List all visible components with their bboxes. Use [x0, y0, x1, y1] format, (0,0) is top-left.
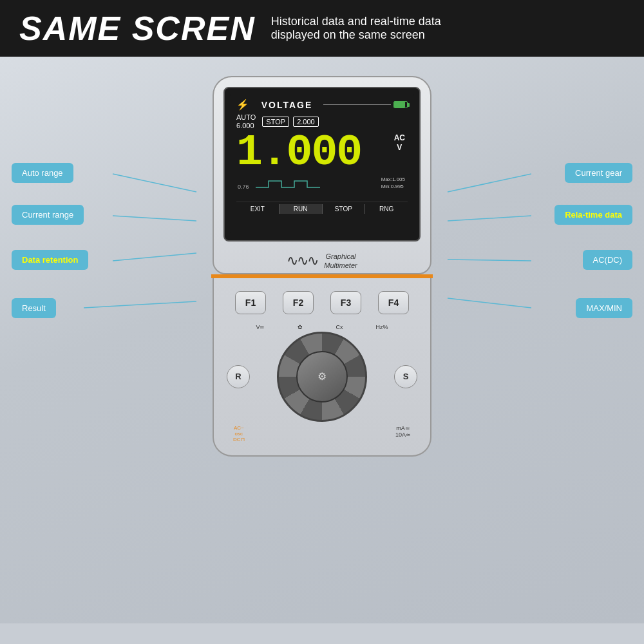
annotation-max-min: MAX/MIN [576, 298, 632, 318]
svg-line-0 [113, 174, 196, 192]
s-button[interactable]: S [394, 365, 417, 388]
device-shell: ⚡ VOLTAGE AUTO 6.000 [213, 76, 431, 274]
screen-bezel: ⚡ VOLTAGE AUTO 6.000 [223, 87, 421, 242]
header: SAME SCREN Historical data and real-time… [0, 0, 644, 57]
label-ac-osc: AC~osc [233, 425, 245, 437]
annotation-auto-range: Auto range [12, 163, 73, 183]
svg-line-2 [113, 253, 196, 261]
max-label: Max:1.005 [381, 176, 405, 183]
rotary-knob[interactable]: ⚙ [277, 332, 367, 422]
svg-line-6 [448, 260, 531, 261]
annotation-current-gear: Current gear [565, 163, 632, 183]
f2-button[interactable]: F2 [283, 291, 314, 314]
wave-icon: ∿∿∿ [287, 252, 317, 269]
page-title: SAME SCREN [19, 12, 256, 45]
run-btn[interactable]: RUN [279, 204, 323, 214]
device-label: Graphical Multimeter [324, 252, 357, 270]
device-lower: F1 F2 F3 F4 V≃ ✿ Cx Hz% R [213, 278, 431, 457]
svg-line-5 [448, 216, 531, 221]
label-cx: Cx [336, 324, 343, 330]
lightning-icon: ⚡ [236, 99, 249, 111]
svg-line-4 [448, 174, 531, 192]
screen-buttons-row: EXIT RUN STOP RNG [236, 202, 408, 214]
f-buttons-row: F1 F2 F3 F4 [227, 291, 417, 314]
screen-header-row: ⚡ VOLTAGE [236, 99, 408, 111]
device: ⚡ VOLTAGE AUTO 6.000 [213, 76, 431, 457]
knob-inner: ⚙ [296, 351, 348, 402]
svg-line-1 [113, 216, 196, 221]
annotation-rela-time-data: Rela-time data [554, 205, 632, 225]
label-10a: 10A≃ [395, 431, 411, 438]
subtitle-line2: displayed on the same screen [271, 28, 441, 42]
svg-line-7 [448, 298, 531, 308]
stop-value: 2.000 [293, 117, 319, 127]
header-subtitle: Historical data and real-time data displ… [271, 15, 441, 42]
lcd-screen: ⚡ VOLTAGE AUTO 6.000 [230, 93, 414, 235]
label-ma: mA≃ [395, 425, 411, 431]
label-flower: ✿ [298, 324, 303, 330]
voltage-label: VOLTAGE [253, 100, 321, 110]
min-label: Min:0.995 [381, 183, 405, 190]
f4-button[interactable]: F4 [378, 291, 409, 314]
knob-labels-top: V≃ ✿ Cx Hz% [227, 324, 417, 330]
main-area: Auto range Current range Data retention … [0, 57, 644, 623]
big-number-display: 1.000 AC V [236, 131, 408, 175]
r-button[interactable]: R [227, 365, 250, 388]
label-hz: Hz% [375, 324, 388, 330]
exit-btn[interactable]: EXIT [236, 204, 279, 214]
knob-area: R ⚙ S [227, 332, 417, 422]
svg-line-3 [84, 301, 196, 308]
label-dc: DC⊓ [233, 437, 245, 442]
measurement-digits: 1.000 [236, 131, 361, 175]
knob-center-symbol: ⚙ [317, 370, 327, 383]
label-v: V≃ [256, 324, 265, 330]
annotation-current-range: Current range [12, 205, 84, 225]
battery-icon [393, 101, 408, 108]
waveform-svg: 0.76 [236, 176, 365, 195]
svg-text:0.76: 0.76 [238, 184, 249, 190]
subtitle-line1: Historical data and real-time data [271, 15, 441, 28]
f3-button[interactable]: F3 [330, 291, 361, 314]
stop-label: STOP [262, 117, 289, 127]
rng-btn[interactable]: RNG [365, 204, 408, 214]
annotation-data-retention: Data retention [12, 250, 88, 270]
auto-label: AUTO [236, 113, 256, 122]
orange-stripe [211, 274, 433, 278]
f1-button[interactable]: F1 [235, 291, 266, 314]
stop-btn[interactable]: STOP [323, 204, 366, 214]
annotation-result: Result [12, 298, 56, 318]
device-label-area: ∿∿∿ Graphical Multimeter [223, 248, 421, 273]
device-body: ⚡ VOLTAGE AUTO 6.000 [213, 76, 431, 457]
waveform-area: 0.76 Max:1.005 Min:0.995 [236, 176, 408, 200]
knob-labels-bottom: AC~osc DC⊓ mA≃ 10A≃ [227, 425, 417, 442]
ac-dc-label: AC V [394, 133, 405, 152]
annotation-ac-dc: AC(DC) [583, 250, 633, 270]
